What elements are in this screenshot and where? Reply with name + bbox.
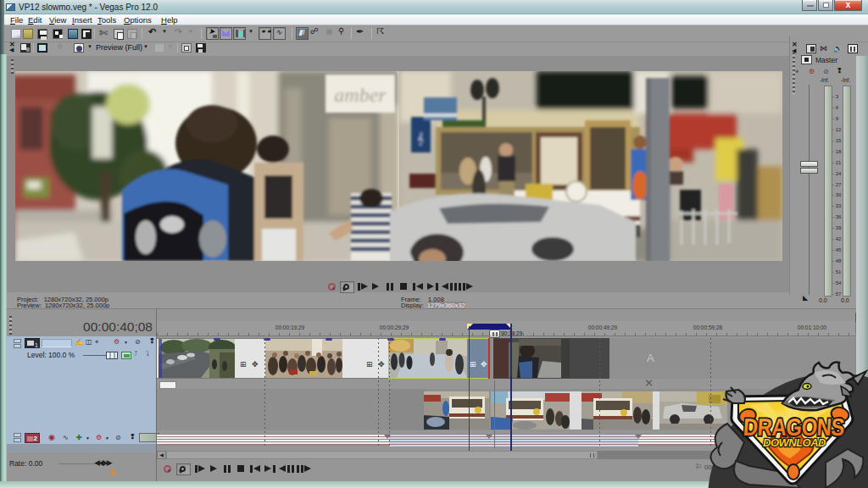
svg-text:amber: amber [334,84,387,106]
svg-text:DOWNLOAD: DOWNLOAD [763,436,826,449]
svg-text:𝄞: 𝄞 [417,132,424,146]
